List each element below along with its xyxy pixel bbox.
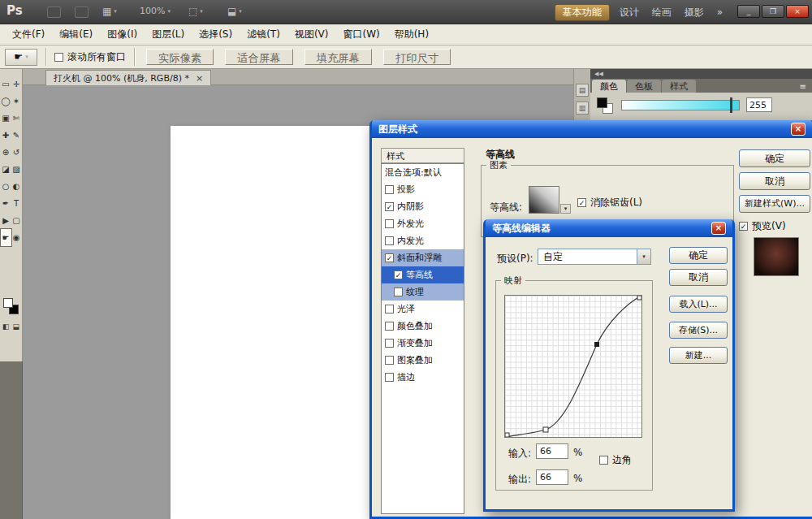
style-checkbox[interactable] bbox=[385, 356, 394, 365]
tab-swatches[interactable]: 色板 bbox=[627, 80, 661, 93]
actual-pixels-button[interactable]: 实际像素 bbox=[146, 49, 214, 65]
workspace-photography[interactable]: 摄影 bbox=[681, 5, 707, 20]
fill-screen-button[interactable]: 填充屏幕 bbox=[304, 49, 372, 65]
curve-point-selected[interactable] bbox=[594, 342, 599, 347]
antialias-checkbox[interactable]: ✓ bbox=[577, 198, 586, 207]
move-tool-icon[interactable]: ✛ bbox=[11, 76, 22, 93]
style-row-satin[interactable]: 光泽 bbox=[382, 301, 464, 318]
corner-checkbox[interactable] bbox=[599, 456, 608, 465]
color-value-input[interactable] bbox=[746, 97, 772, 112]
magic-wand-tool-icon[interactable]: ✶ bbox=[11, 93, 22, 110]
tab-styles[interactable]: 样式 bbox=[662, 80, 696, 93]
style-checkbox[interactable] bbox=[394, 288, 403, 296]
crop-tool-icon[interactable]: ▣ bbox=[1, 110, 11, 127]
contour-thumbnail[interactable] bbox=[529, 186, 559, 214]
lasso-tool-icon[interactable]: ◯ bbox=[1, 93, 11, 110]
view-extras-button[interactable]: ⬚ ▾ bbox=[188, 6, 203, 17]
panel-foreground-swatch[interactable] bbox=[597, 97, 607, 108]
gradient-tool-icon[interactable]: ▨ bbox=[11, 161, 22, 178]
history-brush-tool-icon[interactable]: ↺ bbox=[11, 144, 22, 161]
menu-window[interactable]: 窗口(W) bbox=[335, 24, 387, 45]
slice-tool-icon[interactable]: ✄ bbox=[11, 110, 22, 127]
tool-preset-picker[interactable]: ☛ ▾ bbox=[5, 49, 37, 66]
input-value-field[interactable] bbox=[536, 443, 568, 459]
zoom-level-dropdown[interactable]: 100% ▾ bbox=[140, 6, 171, 16]
menu-select[interactable]: 选择(S) bbox=[192, 24, 240, 45]
style-checkbox[interactable] bbox=[385, 185, 394, 194]
contour-curve-grid[interactable] bbox=[504, 295, 642, 438]
style-checkbox[interactable] bbox=[385, 373, 394, 382]
style-row-outer-glow[interactable]: 外发光 bbox=[382, 215, 464, 232]
screen-mode-toggle-icon[interactable]: ⬓ bbox=[13, 322, 20, 331]
dialog-close-button[interactable]: × bbox=[711, 222, 726, 235]
type-tool-icon[interactable]: T bbox=[11, 195, 22, 212]
dock-panel-icon-a[interactable]: ▤ bbox=[576, 84, 589, 97]
style-checkbox[interactable] bbox=[385, 219, 394, 228]
menu-help[interactable]: 帮助(H) bbox=[387, 24, 436, 45]
color-slider[interactable] bbox=[621, 100, 740, 110]
dock-panel-icon-b[interactable]: ▥ bbox=[576, 102, 589, 115]
quick-mask-icon[interactable]: ◧ bbox=[2, 322, 10, 331]
foreground-color-swatch[interactable] bbox=[3, 298, 13, 308]
color-slider-handle[interactable] bbox=[730, 97, 732, 113]
collapse-icon[interactable]: ◀◀ bbox=[594, 71, 603, 77]
curve-corner-point[interactable] bbox=[505, 433, 509, 437]
path-selection-tool-icon[interactable]: ▶ bbox=[1, 212, 11, 229]
dialog-close-button[interactable]: × bbox=[791, 123, 806, 136]
fit-screen-button[interactable]: 适合屏幕 bbox=[225, 49, 292, 65]
menu-filter[interactable]: 滤镜(T) bbox=[240, 24, 287, 45]
workspace-overflow-icon[interactable]: » bbox=[714, 6, 726, 19]
curve-corner-point[interactable] bbox=[637, 296, 641, 300]
style-row-contour[interactable]: ✓ 等高线 bbox=[382, 266, 464, 283]
panel-menu-icon[interactable]: ≡ bbox=[800, 82, 812, 93]
contour-picker-arrow-icon[interactable]: ▾ bbox=[560, 204, 571, 214]
style-row-gradient-overlay[interactable]: 渐变叠加 bbox=[382, 335, 464, 352]
antialias-option[interactable]: ✓ 消除锯齿(L) bbox=[577, 196, 642, 210]
style-row-blending-options[interactable]: 混合选项:默认 bbox=[382, 164, 464, 181]
shape-tool-icon[interactable]: ▢ bbox=[11, 212, 22, 229]
contour-editor-titlebar[interactable]: 等高线编辑器 × bbox=[486, 219, 732, 237]
menu-edit[interactable]: 编辑(E) bbox=[52, 24, 100, 45]
new-style-button[interactable]: 新建样式(W)... bbox=[739, 195, 810, 213]
new-button[interactable]: 新建... bbox=[669, 347, 728, 364]
contour-curve[interactable] bbox=[505, 296, 641, 437]
style-row-color-overlay[interactable]: 颜色叠加 bbox=[382, 318, 464, 335]
style-row-pattern-overlay[interactable]: 图案叠加 bbox=[382, 352, 464, 369]
hand-tool-icon[interactable]: ☛ bbox=[1, 229, 11, 246]
cancel-button[interactable]: 取消 bbox=[669, 269, 728, 286]
style-checkbox[interactable]: ✓ bbox=[385, 202, 394, 211]
pen-tool-icon[interactable]: ✒ bbox=[1, 195, 11, 212]
restore-button[interactable]: ❐ bbox=[762, 5, 784, 18]
style-checkbox[interactable] bbox=[385, 305, 394, 314]
output-value-field[interactable] bbox=[536, 469, 568, 485]
save-button[interactable]: 存储(S)... bbox=[669, 322, 728, 339]
screen-mode-button[interactable]: ⬓ ▾ bbox=[227, 6, 242, 17]
style-checkbox[interactable]: ✓ bbox=[394, 270, 403, 279]
scroll-all-windows-checkbox[interactable] bbox=[54, 53, 63, 62]
cancel-button[interactable]: 取消 bbox=[739, 172, 810, 190]
blur-tool-icon[interactable]: ○ bbox=[1, 178, 11, 195]
style-row-drop-shadow[interactable]: 投影 bbox=[382, 181, 464, 198]
style-row-inner-glow[interactable]: 内发光 bbox=[382, 232, 464, 249]
bridge-launcher-icon[interactable] bbox=[47, 6, 61, 18]
arrange-documents-button[interactable]: ▦ ▾ bbox=[102, 6, 117, 17]
workspace-painting[interactable]: 绘画 bbox=[649, 5, 675, 20]
menu-layer[interactable]: 图层(L) bbox=[145, 24, 192, 45]
close-button[interactable]: × bbox=[786, 5, 809, 18]
clone-stamp-tool-icon[interactable]: ⊕ bbox=[1, 144, 11, 161]
tab-close-icon[interactable]: × bbox=[196, 74, 203, 83]
tab-color[interactable]: 颜色 bbox=[592, 80, 626, 93]
style-row-texture[interactable]: 纹理 bbox=[382, 283, 464, 301]
minimize-button[interactable]: _ bbox=[737, 5, 760, 18]
document-tab[interactable]: 打火机 @ 100% (机身, RGB/8) * × bbox=[45, 70, 211, 85]
workspace-design[interactable]: 设计 bbox=[616, 5, 642, 20]
healing-brush-tool-icon[interactable]: ✚ bbox=[1, 127, 11, 144]
workspace-essentials[interactable]: 基本功能 bbox=[555, 4, 610, 21]
preview-option[interactable]: ✓ 预览(V) bbox=[739, 219, 786, 233]
load-button[interactable]: 载入(L)... bbox=[669, 296, 728, 313]
style-checkbox[interactable]: ✓ bbox=[385, 253, 394, 262]
style-checkbox[interactable] bbox=[385, 322, 394, 331]
brush-tool-icon[interactable]: ✎ bbox=[11, 127, 22, 144]
eraser-tool-icon[interactable]: ◪ bbox=[1, 161, 11, 178]
layer-style-titlebar[interactable]: 图层样式 × bbox=[372, 120, 812, 138]
